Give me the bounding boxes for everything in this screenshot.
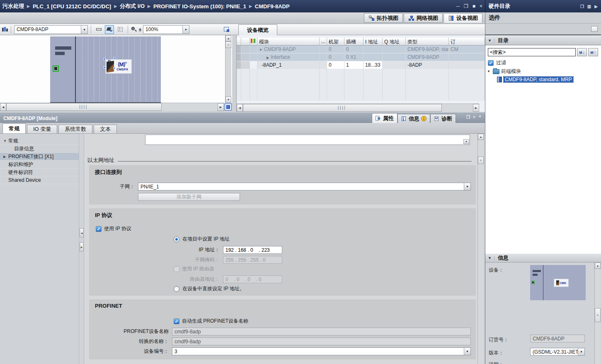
scroll-left-icon[interactable]: ◀ <box>0 103 6 111</box>
tree-item-cmdf9[interactable]: CMDF9-8ADP, standard, MRP <box>487 75 599 83</box>
nav-profinet-interface[interactable]: ▶PROFINET接口 [X1] <box>0 153 79 161</box>
pane-collapse-icon[interactable]: ▶ <box>594 4 598 9</box>
selection-handle[interactable] <box>113 67 115 69</box>
col-header-type[interactable]: 类型 <box>406 38 449 46</box>
scroll-thumb[interactable]: ▏▏▏▏ <box>243 104 442 112</box>
info-section-header[interactable]: ▼ 信息 <box>485 253 601 263</box>
canvas-vertical-scrollbar[interactable]: ▲ ≡ ▼ <box>225 35 231 103</box>
ip-address-input[interactable] <box>223 246 282 254</box>
col-header-slot[interactable]: 插槽 <box>344 38 364 46</box>
maximize-icon[interactable]: ■ <box>473 3 475 9</box>
device-rack-graphic[interactable]: ⟨M⟩® CMDF9 R <box>50 36 161 103</box>
breadcrumb-device[interactable]: CMDF9-8ADP <box>255 3 290 10</box>
device-number-dropdown-icon[interactable]: ▼ <box>464 348 470 355</box>
page-properties-icon[interactable] <box>223 27 230 32</box>
search-up-button[interactable]: ᴍ↑ <box>588 48 598 56</box>
scroll-up-icon[interactable]: ▲ <box>478 134 484 140</box>
set-ip-in-project-radio[interactable] <box>174 236 179 242</box>
breadcrumb-project[interactable]: 污水处理 <box>2 2 24 10</box>
splitter-right-icon[interactable]: ▶ <box>80 242 84 251</box>
pan-overview-icon[interactable] <box>225 104 232 111</box>
expand-icon[interactable]: ▼ <box>3 139 8 143</box>
device-select[interactable]: CMDF9-8ADP ▼ <box>14 25 88 34</box>
scroll-thumb[interactable]: ≡ <box>595 308 601 322</box>
breadcrumb-plc[interactable]: PLC_1 [CPU 1212C DC/DC/DC] <box>33 3 111 10</box>
auto-generate-name-checkbox[interactable]: ✓ <box>174 318 179 324</box>
scrollbar-menu-grip[interactable]: ≡ <box>225 41 231 48</box>
col-header-q-address[interactable]: Q 地址 <box>383 38 406 46</box>
subtab-system-constants[interactable]: 系统常数 <box>58 125 92 133</box>
table-row[interactable]: ▼CMDF9-8ADP 0 0 CMDF9-8ADP, stan... CM <box>237 46 485 53</box>
zoom-select[interactable]: 100% ▼ <box>143 25 189 34</box>
measure-button[interactable] <box>94 25 103 34</box>
scroll-down-icon[interactable]: ▼ <box>225 96 231 103</box>
selection-handle[interactable] <box>113 57 115 59</box>
nav-identification[interactable]: 标识和维护 <box>0 161 79 169</box>
pane-collapse-down-icon[interactable]: ▼ <box>478 115 482 119</box>
device-view-canvas[interactable]: ⟨M⟩® CMDF9 R <box>0 35 232 103</box>
scroll-track[interactable] <box>225 48 231 96</box>
tree-folder-front-modules[interactable]: ▼ 前端模块 <box>487 67 599 75</box>
version-dropdown-icon[interactable]: ▼ <box>578 348 584 355</box>
nav-general[interactable]: ▼常规 <box>0 137 79 145</box>
profinet-port-icon[interactable] <box>53 65 59 72</box>
pane-menu-icon[interactable]: ≡ <box>473 115 475 119</box>
tab-network-view[interactable]: 网络视图 <box>404 13 443 23</box>
scroll-up-icon[interactable]: ▲ <box>225 35 231 41</box>
add-subnet-button[interactable]: 添加新子网 <box>138 193 240 201</box>
version-select[interactable]: (GSDML-V2.31-JIETONG ▼ <box>530 348 585 356</box>
set-ip-on-device-radio[interactable] <box>174 286 179 292</box>
comment-field[interactable]: ▼ <box>145 135 470 145</box>
scroll-track[interactable] <box>442 104 473 112</box>
col-header-order[interactable]: 订 <box>449 38 485 46</box>
nav-shared-device[interactable]: Shared Device <box>0 176 79 184</box>
table-row[interactable]: ▶Interface 0 0 X1 CMDF9-8ADP <box>237 53 485 61</box>
expand-icon[interactable]: ▼ <box>259 48 262 52</box>
content-vertical-scrollbar[interactable]: ▲ ≡ <box>477 134 484 364</box>
tab-diagnostics[interactable]: 诊断 <box>430 114 456 123</box>
scroll-track[interactable] <box>595 269 601 308</box>
use-ip-checkbox[interactable]: ✓ <box>96 226 102 232</box>
tab-info[interactable]: 信息 i <box>397 114 430 123</box>
catalog-section-header[interactable]: ▼ 目录 <box>485 36 601 45</box>
tab-device-view[interactable]: 设备视图 <box>443 13 482 23</box>
pane-columns-icon[interactable]: ▥ <box>587 4 591 9</box>
restore-icon[interactable]: ❐ <box>464 3 468 9</box>
zoom-step-icon[interactable]: ± <box>139 27 141 32</box>
scroll-thumb[interactable]: ▏▏▏▏ <box>6 103 162 111</box>
search-input[interactable] <box>488 48 576 56</box>
selection-handle[interactable] <box>104 66 106 68</box>
module-compare-icon[interactable] <box>2 27 8 32</box>
minimize-icon[interactable]: ─ <box>456 3 460 9</box>
expand-icon[interactable]: ▼ <box>487 70 491 73</box>
scroll-right-icon[interactable]: ▶ <box>473 104 479 112</box>
subnet-dropdown-icon[interactable]: ▼ <box>464 183 470 190</box>
grid-button[interactable] <box>116 25 125 34</box>
subtab-general[interactable]: 常规 <box>2 123 26 133</box>
pane-float-icon[interactable]: ❐ <box>466 115 470 119</box>
scroll-down-icon[interactable]: ▼ <box>463 139 469 144</box>
zoom-in-icon[interactable] <box>131 27 137 32</box>
breadcrumb-distributed-io[interactable]: 分布式 I/O <box>120 2 145 10</box>
expand-icon[interactable]: ▶ <box>3 155 8 159</box>
scroll-thumb[interactable]: ≡ <box>478 157 484 164</box>
collapse-icon[interactable]: ▼ <box>485 256 494 260</box>
nav-splitter-scrollbar[interactable]: ◀ ▶ <box>79 134 84 364</box>
scroll-right-icon[interactable]: ▶ <box>218 103 224 111</box>
col-header-i-address[interactable]: I 地址 <box>364 38 383 46</box>
nav-hardware-id[interactable]: 硬件标识符 <box>0 169 79 176</box>
scroll-left-icon[interactable]: ◀ <box>237 104 243 112</box>
col-header-rack[interactable]: 机架 <box>327 38 344 46</box>
canvas-horizontal-scrollbar[interactable]: ◀ ▏▏▏▏ ▶ <box>0 103 224 111</box>
subtab-texts[interactable]: 文本 <box>94 125 117 133</box>
subtab-io-tags[interactable]: IO 变量 <box>27 125 57 133</box>
table-row[interactable]: -8ADP_1 0 1 18...33 -8ADP <box>237 61 485 69</box>
subnet-select[interactable]: PN/IE_1 ▼ <box>138 183 471 190</box>
tab-properties[interactable]: 属性 <box>372 113 397 123</box>
scroll-track[interactable] <box>595 322 601 364</box>
close-icon[interactable]: × <box>480 3 482 9</box>
scroll-track[interactable] <box>478 164 484 364</box>
device-number-select[interactable]: 3 ▼ <box>172 347 471 355</box>
pane-float-icon[interactable]: ❐ <box>580 4 584 9</box>
col-header-dots[interactable]: ... <box>320 38 327 46</box>
